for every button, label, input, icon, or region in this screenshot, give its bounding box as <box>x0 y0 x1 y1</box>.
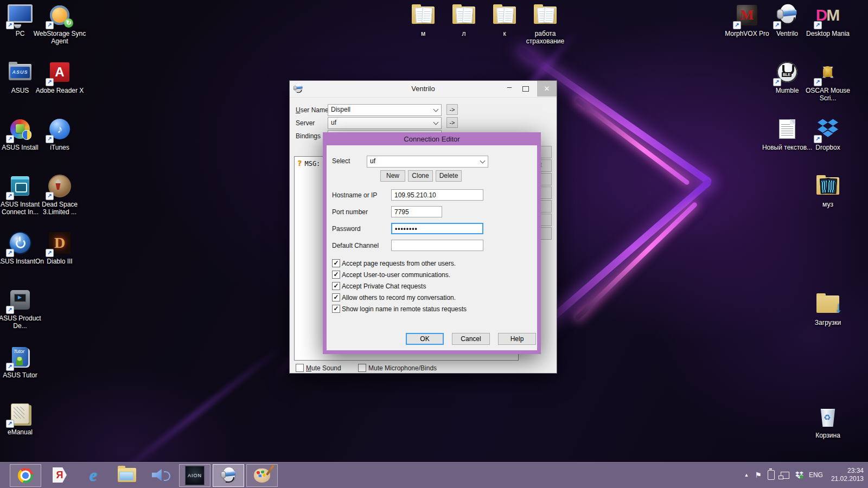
icon-label: Загрузки <box>801 319 855 326</box>
action-center-flag-icon[interactable]: ⚑ <box>755 471 762 479</box>
message-row: ?MSG: <box>297 159 320 168</box>
paint-icon <box>254 468 270 483</box>
desktop-icon-desktop-mania[interactable]: DM↗ Desktop Mania <box>801 2 855 37</box>
select-combobox[interactable]: uf <box>367 156 488 168</box>
taskbar-yandex-button[interactable]: Я <box>44 464 75 486</box>
accept-page-checkbox[interactable]: ✓ <box>332 259 340 267</box>
accept-u2u-checkbox[interactable]: ✓ <box>332 271 340 279</box>
desktop-icon-asus-product[interactable]: ↗ ASUS Product De... <box>0 287 47 330</box>
desktop-icon-adobe-reader[interactable]: A↗ Adobe Reader X <box>33 59 87 94</box>
dialog-title: Connection Editor <box>323 132 541 145</box>
ventrilo-icon <box>221 467 236 484</box>
new-button[interactable]: New <box>380 170 405 182</box>
port-label: Port number <box>332 208 368 216</box>
chevron-down-icon <box>480 158 486 164</box>
clone-button[interactable]: Clone <box>408 170 433 182</box>
shortcut-arrow-icon: ↗ <box>814 21 822 29</box>
recycle-bin-icon <box>820 407 836 427</box>
minimize-button[interactable]: – <box>501 81 518 97</box>
server-value: uf <box>331 119 336 126</box>
desktop: м л к работа страхование ↗ PC ↗ WebStora… <box>0 0 868 488</box>
downloads-folder-icon: ↓ <box>816 296 839 313</box>
dialog-help-button[interactable]: Help <box>498 333 536 345</box>
desktop-icon-recycle-bin[interactable]: Корзина <box>801 404 855 439</box>
mute-mic-checkbox[interactable] <box>358 364 366 372</box>
download-arrow-icon: ↓ <box>835 299 843 316</box>
desktop-icon-diablo[interactable]: D↗ Diablo III <box>33 230 87 265</box>
desktop-icon-folder-rabota[interactable]: работа страхование <box>518 2 572 45</box>
delete-button[interactable]: Delete <box>436 170 462 182</box>
dropbox-tray-icon[interactable] <box>795 471 803 479</box>
user-name-combobox[interactable]: Dispell <box>328 104 442 116</box>
maximize-button[interactable] <box>518 81 534 97</box>
icon-label: ASUS Product De... <box>0 314 47 330</box>
taskbar-ventrilo-button[interactable] <box>213 464 244 487</box>
desktop-icon-emanual[interactable]: ↗ eManual <box>0 401 47 436</box>
port-input[interactable]: 7795 <box>391 206 442 217</box>
shortcut-arrow-icon: ↗ <box>46 192 54 200</box>
sound-wave-icon <box>164 471 170 481</box>
icon-label: eManual <box>0 428 47 436</box>
taskbar-chrome-button[interactable] <box>10 464 41 487</box>
desktop-icon-downloads[interactable]: ↓ Загрузки <box>801 291 855 326</box>
internet-explorer-icon: e <box>90 465 97 485</box>
icon-label: работа страхование <box>518 30 572 45</box>
shortcut-arrow-icon: ↗ <box>814 135 822 143</box>
default-channel-label: Default Channel <box>332 242 379 249</box>
taskbar-paint-button[interactable] <box>246 464 278 487</box>
icon-label: Desktop Mania <box>801 30 855 37</box>
icon-label: Diablo III <box>33 258 87 265</box>
server-arrow-button[interactable]: -> <box>446 117 458 128</box>
hostname-input[interactable]: 109.95.210.10 <box>391 189 483 201</box>
password-input[interactable]: •••••••• <box>391 223 483 234</box>
clock[interactable]: 23:34 21.02.2013 <box>831 467 864 483</box>
shortcut-arrow-icon: ↗ <box>6 135 14 143</box>
desktop-icon-dropbox[interactable]: ↗ Dropbox <box>801 116 855 151</box>
taskbar-ie-button[interactable]: e <box>78 464 108 486</box>
icon-label: Dropbox <box>801 144 855 151</box>
allow-record-label: Allow others to record my conversation. <box>342 294 456 301</box>
icon-label: OSCAR Mouse Scri... <box>801 87 855 102</box>
battery-icon[interactable] <box>768 470 775 480</box>
desktop-icon-muz-folder[interactable]: муз <box>801 173 855 208</box>
icon-label: iTunes <box>33 144 87 151</box>
desktop-icon-dead-space[interactable]: ↗ Dead Space 3.Limited ... <box>33 173 87 216</box>
ok-button[interactable]: OK <box>406 333 444 345</box>
select-value: uf <box>370 157 375 165</box>
server-label: Server <box>296 119 315 127</box>
chrome-icon <box>18 468 33 483</box>
connection-editor-dialog: Connection Editor Select uf New Clone De… <box>323 132 541 354</box>
network-icon[interactable] <box>781 472 789 479</box>
question-icon: ? <box>297 159 302 168</box>
system-tray: ▲ ⚑ ENG 23:34 21.02.2013 <box>744 462 864 488</box>
icon-label: ASUS Tutor <box>0 371 47 379</box>
chevron-down-icon <box>433 120 439 125</box>
user-name-arrow-button[interactable]: -> <box>446 104 458 115</box>
default-channel-input[interactable] <box>391 240 483 251</box>
show-hidden-icons-button[interactable]: ▲ <box>744 472 749 478</box>
taskbar-aion-button[interactable]: AION <box>179 464 210 487</box>
show-login-label: Show login name in remote status request… <box>342 305 467 313</box>
desktop-icon-oscar[interactable]: X↗ OSCAR Mouse Scri... <box>801 59 855 102</box>
shortcut-arrow-icon: ↗ <box>46 21 54 29</box>
cancel-button[interactable]: Cancel <box>452 333 490 345</box>
shortcut-arrow-icon: ↗ <box>46 249 54 257</box>
allow-record-checkbox[interactable]: ✓ <box>332 293 340 301</box>
close-button[interactable]: ✕ <box>537 81 557 97</box>
shortcut-arrow-icon: ↗ <box>46 135 54 143</box>
yandex-icon: Я <box>53 467 67 483</box>
server-combobox[interactable]: uf <box>328 117 442 129</box>
taskbar-explorer-button[interactable] <box>112 464 142 486</box>
desktop-icon-asus-tutor[interactable]: ↗ ASUS Tutor <box>0 344 47 379</box>
language-indicator[interactable]: ENG <box>809 471 823 479</box>
bindings-label: Bindings <box>296 132 321 140</box>
shortcut-arrow-icon: ↗ <box>6 306 14 314</box>
desktop-icon-webstorage[interactable]: ↗ WebStorage Sync Agent <box>33 2 87 45</box>
show-login-checkbox[interactable]: ✓ <box>332 305 340 313</box>
taskbar-volume-button[interactable] <box>145 464 176 486</box>
mute-sound-checkbox[interactable] <box>296 364 304 372</box>
window-titlebar[interactable]: Ventrilo – ✕ <box>290 81 557 98</box>
accept-chat-checkbox[interactable]: ✓ <box>332 282 340 290</box>
shortcut-arrow-icon: ↗ <box>6 21 14 29</box>
desktop-icon-itunes[interactable]: ♪↗ iTunes <box>33 116 87 151</box>
